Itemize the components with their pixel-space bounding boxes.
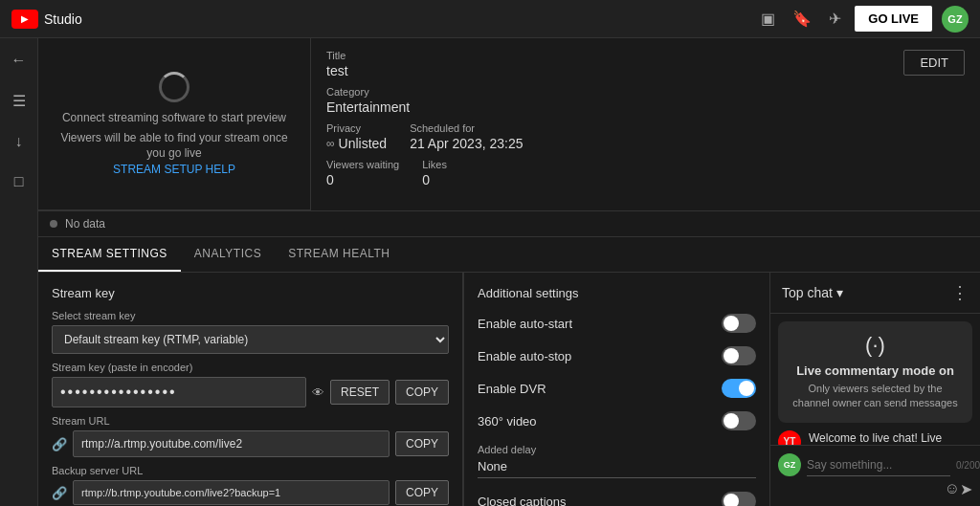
chat-input-row: GZ 0/200 — [778, 453, 972, 476]
delay-section: Added delay None — [478, 444, 756, 478]
bookmark-icon[interactable]: 🔖 — [789, 6, 815, 32]
tabs-bar: STREAM SETTINGS ANALYTICS STREAM HEALTH — [38, 237, 980, 273]
auto-start-row: Enable auto-start — [478, 314, 756, 333]
360-label: 360° video — [478, 414, 537, 429]
channel-avatar[interactable]: GZ — [942, 6, 969, 33]
no-data-bar: No data — [38, 211, 980, 237]
privacy-scheduled-row: Privacy ∞ Unlisted Scheduled for 21 Apr … — [326, 122, 965, 151]
category-label: Category — [326, 86, 965, 98]
likes-value: 0 — [422, 172, 447, 187]
chat-user-avatar: GZ — [778, 453, 801, 476]
delay-label: Added delay — [478, 444, 756, 455]
tab-stream-health[interactable]: STREAM HEALTH — [275, 237, 403, 272]
stream-settings-panel: Stream key Select stream key Default str… — [38, 273, 463, 506]
no-data-dot — [50, 220, 57, 228]
share-icon[interactable]: ✈ — [825, 6, 845, 32]
commentary-desc: Only viewers selected by the channel own… — [790, 382, 961, 411]
copy-url-button[interactable]: COPY — [395, 431, 449, 456]
screen-icon[interactable]: □ — [9, 167, 30, 196]
360-toggle[interactable] — [722, 411, 756, 430]
copy-backup-button[interactable]: COPY — [395, 480, 449, 505]
stream-url-row: 🔗 COPY — [52, 430, 449, 457]
select-stream-key-label: Select stream key — [52, 310, 449, 321]
chat-panel: Top chat ▾ ⋮ (·) Live commentary mode on… — [769, 273, 980, 506]
main-layout: ← ☰ ↓ □ Connect streaming software to st… — [0, 38, 980, 506]
stream-key-input[interactable] — [52, 377, 306, 407]
delay-value: None — [478, 459, 756, 478]
privacy-icon: ∞ — [326, 137, 335, 150]
preview-panel: Connect streaming software to start prev… — [38, 38, 311, 210]
stream-info-panel: EDIT Title test Category Entertainment P… — [311, 38, 980, 210]
tab-analytics[interactable]: ANALYTICS — [181, 237, 275, 272]
chat-chevron: ▾ — [836, 285, 843, 300]
auto-stop-toggle[interactable] — [722, 346, 756, 365]
stream-key-input-row: 👁 RESET COPY — [52, 377, 449, 407]
eye-icon[interactable]: 👁 — [312, 385, 324, 400]
viewers-value: 0 — [326, 172, 399, 187]
link-icon-backup: 🔗 — [52, 486, 67, 500]
likes-label: Likes — [422, 159, 447, 170]
preview-line1: Connect streaming software to start prev… — [54, 110, 295, 126]
privacy-label: Privacy — [326, 122, 387, 134]
no-data-label: No data — [65, 217, 105, 231]
commentary-icon: (·) — [790, 333, 961, 358]
studio-label: Studio — [44, 11, 82, 27]
additional-settings-title: Additional settings — [478, 286, 756, 300]
menu-icon[interactable]: ☰ — [7, 86, 32, 116]
chat-body: (·) Live commentary mode on Only viewers… — [770, 314, 980, 445]
content-area: Connect streaming software to start prev… — [38, 38, 980, 506]
go-live-button[interactable]: GO LIVE — [855, 6, 932, 32]
preview-line2: Viewers will be able to find your stream… — [54, 130, 295, 163]
left-sidebar: ← ☰ ↓ □ — [0, 38, 38, 506]
loading-spinner — [159, 72, 189, 102]
live-commentary-box: (·) Live commentary mode on Only viewers… — [778, 321, 972, 423]
window-icon[interactable]: ▣ — [757, 6, 779, 32]
tab-stream-settings[interactable]: STREAM SETTINGS — [38, 237, 181, 272]
stream-setup-link[interactable]: STREAM SETUP HELP — [113, 163, 235, 176]
stream-key-title: Stream key — [52, 286, 449, 300]
captions-toggle[interactable] — [722, 492, 756, 506]
reset-button[interactable]: RESET — [330, 380, 390, 405]
title-label: Title — [326, 50, 965, 61]
auto-stop-row: Enable auto-stop — [478, 346, 756, 365]
360-row: 360° video — [478, 411, 756, 430]
captions-label: Closed captions — [478, 495, 567, 507]
backup-url-row: 🔗 COPY — [52, 480, 449, 505]
stream-url-input[interactable] — [73, 430, 390, 457]
top-bar: Studio ▣ 🔖 ✈ GO LIVE GZ — [0, 0, 980, 38]
dvr-row: Enable DVR — [478, 379, 756, 398]
link-icon: 🔗 — [52, 437, 67, 451]
viewers-likes-row: Viewers waiting 0 Likes 0 — [326, 159, 965, 187]
emoji-button[interactable]: ☺ — [945, 480, 960, 498]
viewers-label: Viewers waiting — [326, 159, 399, 170]
back-icon[interactable]: ← — [6, 46, 33, 75]
download-icon[interactable]: ↓ — [10, 127, 29, 156]
backup-url-label: Backup server URL — [52, 465, 449, 476]
yt-logo: Studio — [11, 10, 82, 29]
privacy-value: Unlisted — [339, 136, 388, 151]
scheduled-label: Scheduled for — [410, 122, 523, 134]
dvr-toggle[interactable] — [722, 379, 756, 398]
chat-title[interactable]: Top chat ▾ — [782, 285, 843, 300]
chat-message: YT Welcome to live chat! Live commentary… — [778, 430, 972, 445]
chat-header: Top chat ▾ ⋮ — [770, 273, 980, 314]
youtube-icon — [11, 10, 38, 29]
chat-char-count: 0/200 — [956, 460, 980, 471]
captions-row: Closed captions — [478, 492, 756, 506]
auto-start-toggle[interactable] — [722, 314, 756, 333]
backup-url-input[interactable] — [73, 480, 390, 505]
stream-url-label: Stream URL — [52, 415, 449, 427]
chat-text-input[interactable] — [807, 454, 950, 476]
dvr-label: Enable DVR — [478, 382, 546, 396]
message-content: Welcome to live chat! Live commentary mo… — [809, 430, 972, 445]
edit-button[interactable]: EDIT — [903, 50, 965, 76]
chat-menu-icon[interactable]: ⋮ — [951, 282, 969, 303]
additional-settings-panel: Additional settings Enable auto-start En… — [463, 273, 769, 506]
auto-stop-label: Enable auto-stop — [478, 349, 571, 363]
copy-key-button[interactable]: COPY — [395, 380, 449, 405]
stream-key-select[interactable]: Default stream key (RTMP, variable) — [52, 325, 449, 354]
send-button[interactable]: ➤ — [960, 480, 972, 498]
category-value: Entertainment — [326, 99, 965, 115]
stream-key-label: Stream key (paste in encoder) — [52, 362, 449, 373]
auto-start-label: Enable auto-start — [478, 317, 572, 331]
